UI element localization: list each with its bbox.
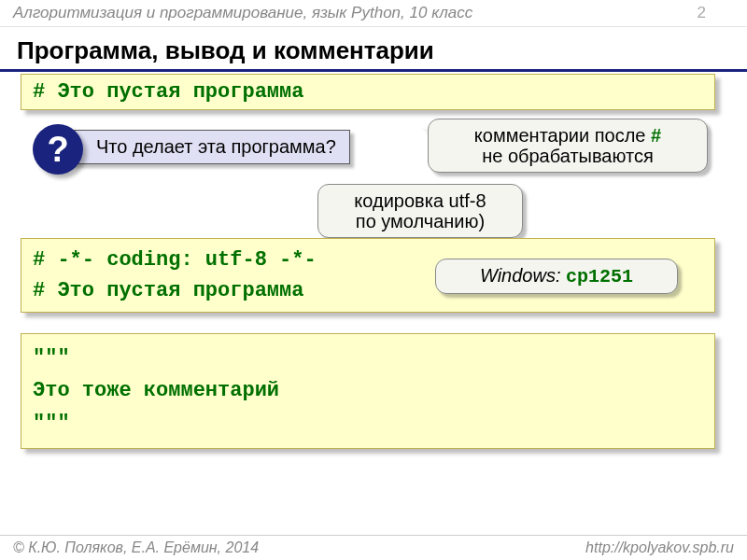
code3-line1: """ [33,342,703,374]
callout-enc-line2: по умолчанию) [356,211,485,231]
code-block-1: # Это пустая программа [21,74,715,110]
slide-title: Программа, вывод и комментарии [0,27,747,72]
question-mark-glyph: ? [47,130,68,170]
slide-header: Алгоритмизация и программирование, язык … [0,0,747,27]
windows-label: Windows: [480,265,561,286]
page-number: 2 [698,4,706,22]
hash-symbol: # [651,125,661,146]
code-block-3: """ Это тоже комментарий """ [21,333,715,449]
footer-url: http://kpolyakov.spb.ru [585,539,734,556]
callout-encoding: кодировка utf-8 по умолчанию) [317,184,523,238]
footer-author: © К.Ю. Поляков, Е.А. Ерёмин, 2014 [13,539,259,556]
code3-line2: Это тоже комментарий [33,374,703,407]
slide-footer: © К.Ю. Поляков, Е.А. Ерёмин, 2014 http:/… [0,535,747,560]
callout-windows: Windows: cp1251 [435,259,678,294]
callout-text-prefix: комментарии после [474,125,651,146]
course-label: Алгоритмизация и программирование, язык … [13,4,472,22]
callout-text-suffix: не обрабатываются [482,146,654,166]
windows-encoding: cp1251 [566,266,633,287]
callout-enc-line1: кодировка utf-8 [354,190,486,211]
callout-comments: комментарии после # не обрабатываются [428,119,708,173]
code3-line3: """ [33,407,703,440]
question-box: Что делает эта программа? [67,130,350,164]
slide-content: # Это пустая программа ? Что делает эта … [0,72,747,539]
question-mark-icon: ? [33,124,83,175]
